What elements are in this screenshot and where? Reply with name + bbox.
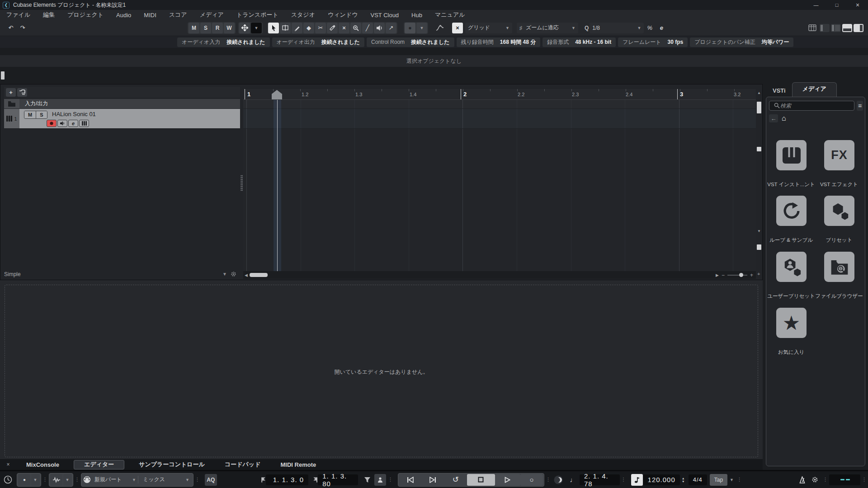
zoom-out-icon[interactable]: − <box>722 272 725 278</box>
tab-chord-pads[interactable]: コードパッド <box>215 459 271 470</box>
scroll-right-icon[interactable]: ▶ <box>716 273 719 277</box>
iterative-quantize-icon[interactable]: % <box>644 23 655 33</box>
setup-gear-icon[interactable] <box>231 271 236 277</box>
vertical-scrollbar[interactable]: ▲ ▼ + <box>756 89 762 278</box>
record-button[interactable]: ○ <box>520 474 543 486</box>
go-to-start-button[interactable] <box>399 474 422 486</box>
frame-rate-chip[interactable]: フレームレート 30 fps <box>618 38 688 47</box>
tempo-dropdown-icon[interactable]: ▼ <box>730 478 734 482</box>
automation-curve-icon[interactable] <box>434 23 445 33</box>
menu-window[interactable]: ウィンドウ <box>321 10 364 20</box>
mute-all-button[interactable]: M <box>189 23 199 33</box>
edit-instrument-button[interactable]: e <box>68 120 78 127</box>
punch-out-flag-icon[interactable] <box>313 476 318 484</box>
tempo-down-icon[interactable]: ▼ <box>682 480 685 483</box>
audio-input-chip[interactable]: オーディオ入力 接続されました <box>177 38 270 47</box>
mute-tool[interactable]: × <box>339 23 349 33</box>
audio-output-chip[interactable]: オーディオ出力 接続されました <box>272 38 365 47</box>
menu-midi[interactable]: MIDI <box>137 10 162 20</box>
draw-tool[interactable] <box>292 23 302 33</box>
lower-zone-toggle-icon[interactable] <box>842 24 852 32</box>
tile-vst-effects[interactable]: FX <box>824 140 854 170</box>
punch-in-time-display[interactable]: 1. 1. 3. 0 <box>266 474 308 485</box>
track-name[interactable]: HALion Sonic 01 <box>52 111 96 117</box>
maximize-button[interactable]: □ <box>826 0 847 10</box>
tap-tempo-button[interactable]: Tap <box>710 474 727 486</box>
vzoom-in-icon[interactable]: + <box>757 271 760 277</box>
options-ellipsis-icon[interactable]: ⋮ <box>75 477 80 483</box>
zoom-slider-knob[interactable] <box>739 273 743 277</box>
instrument-track-row[interactable]: 1 M S HALion Sonic 01 e <box>4 109 240 129</box>
arranger-funnel-icon[interactable] <box>362 474 373 486</box>
marker-person-icon[interactable] <box>374 474 386 486</box>
menu-edit[interactable]: 編集 <box>37 10 61 20</box>
object-selection-tool[interactable] <box>268 23 279 33</box>
range-selection-tool[interactable] <box>280 23 291 33</box>
go-to-end-button[interactable] <box>422 474 444 486</box>
read-automation-button[interactable]: R <box>212 23 223 33</box>
grid-mode-dropdown[interactable]: ♯ ズームに適応▼ <box>517 23 578 33</box>
tile-vst-instruments[interactable] <box>776 140 807 170</box>
line-tool[interactable]: ╱ <box>362 23 373 33</box>
menu-studio[interactable]: スタジオ <box>285 10 321 20</box>
tab-sampler-control[interactable]: サンプラーコントロール <box>129 459 215 470</box>
preset-name[interactable]: Simple <box>4 271 21 277</box>
event-display[interactable] <box>243 100 756 271</box>
comp-tool[interactable]: ↗ <box>386 23 396 33</box>
horizontal-scrollbar[interactable]: ◀ ▶ − + <box>243 271 756 279</box>
eraser-tool[interactable]: ◆ <box>303 23 314 33</box>
auto-quantize-button[interactable]: AQ <box>205 474 217 486</box>
jog-shuttle-icon[interactable] <box>552 474 564 486</box>
write-automation-button[interactable]: W <box>224 23 235 33</box>
solo-all-button[interactable]: S <box>200 23 211 33</box>
tile-user-presets[interactable] <box>776 252 807 282</box>
preset-dropdown-icon[interactable]: ▼ <box>222 272 227 277</box>
options-ellipsis-icon[interactable]: ⋮ <box>195 477 200 483</box>
metronome-icon[interactable] <box>797 474 808 486</box>
left-divider-handle[interactable] <box>1 71 5 80</box>
options-ellipsis-icon[interactable]: ⋮ <box>823 477 828 483</box>
tab-midi-remote[interactable]: MIDI Remote <box>270 459 326 470</box>
midi-record-mode-dropdown[interactable]: 新規パート ▼ <box>91 476 138 483</box>
add-track-button[interactable]: + <box>6 88 16 97</box>
vzoom-thumb2[interactable] <box>757 244 761 250</box>
menu-manual[interactable]: マニュアル <box>429 10 472 20</box>
tile-file-browser[interactable] <box>824 252 854 282</box>
tile-presets[interactable] <box>824 196 854 226</box>
scroll-up-icon[interactable]: ▲ <box>757 91 761 95</box>
io-folder-track[interactable]: 入力/出力 <box>4 99 240 108</box>
options-ellipsis-icon[interactable]: ⋮ <box>621 477 626 483</box>
punch-in-flag-icon[interactable] <box>261 476 266 484</box>
midi-cycle-mode-dropdown[interactable]: ミックス ▼ <box>138 476 191 483</box>
menu-vstcloud[interactable]: VST Cloud <box>364 10 405 20</box>
glue-tool[interactable] <box>327 23 338 33</box>
panel-divider[interactable] <box>240 89 243 278</box>
close-button[interactable]: × <box>847 0 868 10</box>
cycle-button[interactable]: ↺ <box>444 474 467 486</box>
audio-record-mode-icon[interactable] <box>51 474 62 486</box>
options-ellipsis-icon[interactable]: ⋮ <box>737 477 742 483</box>
record-mode-dropdown[interactable]: ▼ <box>31 474 39 486</box>
common-record-mode-icon[interactable]: ● <box>19 474 30 486</box>
track-mute-button[interactable]: M <box>24 111 36 118</box>
options-ellipsis-icon[interactable]: ⋮ <box>862 477 867 483</box>
monitor-button[interactable] <box>57 120 67 127</box>
zoom-in-icon[interactable]: + <box>750 272 753 278</box>
left-zone-toggle-icon[interactable] <box>820 24 830 32</box>
tab-editor[interactable]: エディター <box>74 460 124 469</box>
auto-scroll-icon[interactable] <box>239 23 250 33</box>
tile-favorites[interactable]: ★ <box>776 308 807 338</box>
redo-icon[interactable]: ↷ <box>17 23 28 33</box>
right-zone-toggle-icon[interactable] <box>854 24 863 32</box>
punch-out-time-display[interactable]: 1. 1. 3. 80 <box>318 474 358 485</box>
record-enable-button[interactable] <box>47 120 57 127</box>
stop-button[interactable] <box>467 474 495 486</box>
project-cursor-handle[interactable] <box>272 90 282 100</box>
quantize-panel-icon[interactable]: e <box>656 23 667 33</box>
inspector-toggle-icon[interactable] <box>831 24 841 32</box>
tile-loops-samples[interactable] <box>776 196 807 226</box>
control-room-chip[interactable]: Control Room 接続されました <box>367 38 454 47</box>
menu-hub[interactable]: Hub <box>405 10 429 20</box>
tempo-display[interactable]: 120.000 <box>643 474 680 485</box>
track-preset-button[interactable] <box>17 88 27 97</box>
